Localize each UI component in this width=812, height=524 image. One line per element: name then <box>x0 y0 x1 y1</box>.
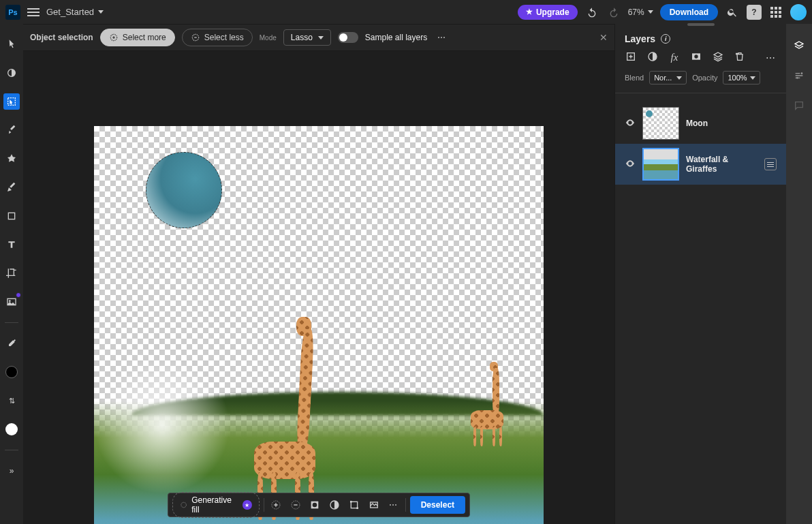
layer-item-waterfall[interactable]: Waterfall & Giraffes <box>615 144 786 185</box>
comments-tab[interactable] <box>791 97 807 114</box>
mode-select[interactable]: Lasso <box>283 29 331 46</box>
chevron-down-icon <box>98 10 104 14</box>
contextual-action-bar: Generative fill ★ ⋯ Deselect <box>168 493 470 517</box>
invert-button[interactable] <box>327 497 343 513</box>
more-actions-button[interactable]: ⋯ <box>386 497 401 513</box>
text-tool[interactable] <box>3 236 20 253</box>
zoom-value: 67% <box>628 7 644 17</box>
avatar[interactable] <box>790 4 807 20</box>
adjustment-tool[interactable] <box>3 65 20 81</box>
right-dock <box>786 24 812 524</box>
info-icon[interactable]: i <box>661 34 670 44</box>
pen-tool[interactable] <box>3 179 20 196</box>
app-logo[interactable]: Ps <box>5 5 20 20</box>
document-name[interactable]: Get_Started <box>46 7 104 17</box>
apps-icon <box>770 7 781 18</box>
spot-heal-tool[interactable] <box>3 151 20 167</box>
file-name-label: Get_Started <box>46 7 94 17</box>
select-more-label: Select more <box>123 33 166 42</box>
zoom-control[interactable]: 67% <box>628 7 653 17</box>
layers-list: Moon Waterfall & Giraffes <box>615 93 786 524</box>
scene-mist <box>94 358 230 494</box>
chevron-down-icon <box>318 36 324 40</box>
crop-action-button[interactable] <box>366 497 381 513</box>
new-layer-button[interactable] <box>625 51 637 64</box>
mode-label: Mode <box>260 34 277 42</box>
adjustment-layer-button[interactable] <box>646 51 659 64</box>
svg-point-22 <box>796 77 798 79</box>
svg-point-21 <box>801 72 803 74</box>
star-badge-icon: ★ <box>243 500 251 510</box>
chevron-down-icon <box>676 76 682 80</box>
blend-mode-select[interactable]: Nor... <box>649 71 687 84</box>
layers-panel: Layers i fx ⋯ Blend Nor... Opacity 100% <box>614 24 786 524</box>
visibility-toggle[interactable] <box>625 158 636 171</box>
apps-button[interactable] <box>768 5 783 20</box>
eyedropper-tool[interactable] <box>3 335 20 352</box>
layer-mask-button[interactable] <box>690 51 702 64</box>
close-options-button[interactable]: ✕ <box>599 32 608 43</box>
select-less-button[interactable]: Select less <box>182 29 253 46</box>
more-options-button[interactable]: ⋯ <box>434 30 449 45</box>
sample-layers-toggle[interactable] <box>338 32 358 43</box>
panel-handle[interactable] <box>687 23 715 26</box>
expand-tools[interactable]: » <box>3 463 20 479</box>
object-selection-tool[interactable] <box>3 93 20 110</box>
undo-button[interactable] <box>584 5 599 20</box>
visibility-toggle[interactable] <box>625 117 636 130</box>
select-more-button[interactable]: Select more <box>100 29 175 46</box>
tool-sidebar: ⇅ » <box>0 24 23 524</box>
layers-tab[interactable] <box>791 37 807 54</box>
svg-point-7 <box>181 502 187 508</box>
delete-layer-button[interactable] <box>734 51 746 64</box>
sample-layers-label: Sample all layers <box>365 33 427 42</box>
search-button[interactable] <box>725 5 740 20</box>
layer-properties-button[interactable] <box>764 158 777 170</box>
options-bar: Object selection Select more Select less… <box>23 24 614 51</box>
layer-name-label: Waterfall & Giraffes <box>686 155 758 174</box>
swap-colors[interactable]: ⇅ <box>3 392 20 409</box>
background-color[interactable] <box>3 421 20 437</box>
subtract-selection-button[interactable] <box>287 497 303 513</box>
select-less-label: Select less <box>204 33 244 42</box>
brush-tool[interactable] <box>3 122 20 138</box>
help-button[interactable]: ? <box>747 5 762 20</box>
layer-thumbnail[interactable] <box>642 148 679 181</box>
generative-fill-button[interactable]: Generative fill ★ <box>172 492 260 518</box>
upgrade-button[interactable]: ★ Upgrade <box>518 5 578 20</box>
deselect-button[interactable]: Deselect <box>410 496 465 514</box>
canvas-area[interactable]: Generative fill ★ ⋯ Deselect <box>23 51 614 524</box>
svg-rect-15 <box>356 507 358 509</box>
svg-rect-2 <box>8 213 14 219</box>
giraffe-small <box>465 358 513 446</box>
layer-fx-button[interactable]: fx <box>668 52 681 63</box>
move-tool[interactable] <box>3 36 20 52</box>
svg-point-4 <box>9 300 11 302</box>
badge-icon <box>16 292 21 298</box>
chevron-down-icon <box>750 76 755 80</box>
layer-name-label: Moon <box>686 119 777 128</box>
download-button[interactable]: Download <box>660 4 718 20</box>
redo-button[interactable] <box>606 5 621 20</box>
svg-point-11 <box>313 503 317 508</box>
menu-icon[interactable] <box>27 8 40 16</box>
layer-item-moon[interactable]: Moon <box>615 103 786 144</box>
moon-selection[interactable] <box>146 152 222 228</box>
layer-thumbnail[interactable] <box>642 107 679 140</box>
generative-fill-label: Generative fill <box>191 495 238 514</box>
transform-button[interactable] <box>346 497 362 513</box>
place-image-tool[interactable] <box>3 294 20 310</box>
canvas[interactable] <box>94 126 544 524</box>
shape-tool[interactable] <box>3 208 20 224</box>
mode-value: Lasso <box>291 33 313 42</box>
mask-button[interactable] <box>307 497 323 513</box>
svg-point-20 <box>694 55 698 58</box>
layer-group-button[interactable] <box>712 51 724 64</box>
add-selection-button[interactable] <box>268 497 283 513</box>
top-bar: Ps Get_Started ★ Upgrade 67% Download ? <box>0 0 812 24</box>
opacity-select[interactable]: 100% <box>723 71 760 84</box>
layer-more-button[interactable]: ⋯ <box>764 52 777 63</box>
crop-tool[interactable] <box>3 265 20 281</box>
properties-tab[interactable] <box>791 67 807 84</box>
foreground-color[interactable] <box>3 364 20 380</box>
